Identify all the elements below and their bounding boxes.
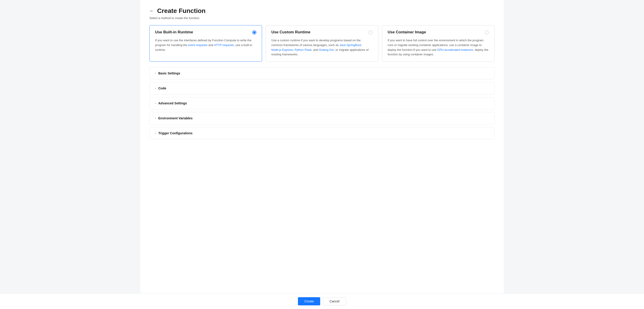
accordion-title-environment-variables: Environment Variables <box>158 116 192 120</box>
accordion-header-basic-settings[interactable]: › Basic Settings <box>150 67 494 79</box>
chevron-code-icon: › <box>155 87 156 90</box>
python-flask-link[interactable]: Python Flask <box>294 48 312 51</box>
runtime-card-custom[interactable]: Use Custom Runtime Use a custom runtime … <box>266 25 378 62</box>
page-wrapper: ← Create Function Select a method to cre… <box>140 0 504 309</box>
nodejs-express-link[interactable]: Node.js Express <box>271 48 293 51</box>
radio-container[interactable] <box>485 30 489 34</box>
page-title: Create Function <box>157 7 206 14</box>
action-bar: Create Cancel <box>0 293 644 309</box>
page-header: ← Create Function <box>150 7 494 14</box>
accordion-basic-settings: › Basic Settings <box>150 67 494 79</box>
event-requests-link[interactable]: event requests <box>188 43 207 47</box>
cancel-button[interactable]: Cancel <box>323 297 346 305</box>
chevron-basic-settings-icon: › <box>155 72 156 75</box>
runtime-card-container[interactable]: Use Container Image If you want to have … <box>382 25 494 62</box>
chevron-advanced-settings-icon: › <box>155 102 156 105</box>
accordion-advanced-settings: › Advanced Settings <box>150 97 494 109</box>
card-body-built-in: If you want to use the interfaces define… <box>155 38 256 52</box>
http-requests-link[interactable]: HTTP requests <box>214 43 234 47</box>
accordion-header-trigger-configurations[interactable]: › Trigger Configurations <box>150 127 494 139</box>
page-subtitle: Select a method to create the function. <box>150 16 494 20</box>
runtime-cards-container: Use Built-in Runtime If you want to use … <box>150 25 494 62</box>
runtime-card-built-in[interactable]: Use Built-in Runtime If you want to use … <box>150 25 262 62</box>
card-body-custom: Use a custom runtime if you want to deve… <box>271 38 373 57</box>
golang-gin-link[interactable]: Golang Gin <box>319 48 334 51</box>
create-button[interactable]: Create <box>298 297 320 305</box>
card-header-container: Use Container Image <box>388 30 489 34</box>
accordion-header-code[interactable]: › Code <box>150 82 494 94</box>
accordion-header-environment-variables[interactable]: › Environment Variables <box>150 112 494 124</box>
accordion-container: › Basic Settings › Code › Advanced Setti… <box>150 67 494 139</box>
accordion-title-basic-settings: Basic Settings <box>158 71 180 75</box>
accordion-trigger-configurations: › Trigger Configurations <box>150 127 494 139</box>
accordion-code: › Code <box>150 82 494 94</box>
accordion-title-code: Code <box>158 86 166 90</box>
card-title-container: Use Container Image <box>388 30 426 34</box>
chevron-trigger-configurations-icon: › <box>155 132 156 135</box>
back-button[interactable]: ← <box>150 8 154 14</box>
accordion-title-trigger-configurations: Trigger Configurations <box>158 131 192 135</box>
card-header-built-in: Use Built-in Runtime <box>155 30 256 34</box>
card-header-custom: Use Custom Runtime <box>271 30 373 34</box>
accordion-environment-variables: › Environment Variables <box>150 112 494 124</box>
chevron-environment-variables-icon: › <box>155 117 156 120</box>
java-springboot-link[interactable]: Java SpringBoot <box>340 43 361 47</box>
radio-built-in[interactable] <box>252 30 256 34</box>
card-title-built-in: Use Built-in Runtime <box>155 30 193 34</box>
accordion-title-advanced-settings: Advanced Settings <box>158 101 187 105</box>
card-body-container: If you want to have full control over th… <box>388 38 489 57</box>
radio-custom[interactable] <box>368 30 373 34</box>
card-title-custom: Use Custom Runtime <box>271 30 310 34</box>
accordion-header-advanced-settings[interactable]: › Advanced Settings <box>150 97 494 109</box>
gpu-accelerated-link[interactable]: GPU-accelerated instances <box>437 48 473 51</box>
